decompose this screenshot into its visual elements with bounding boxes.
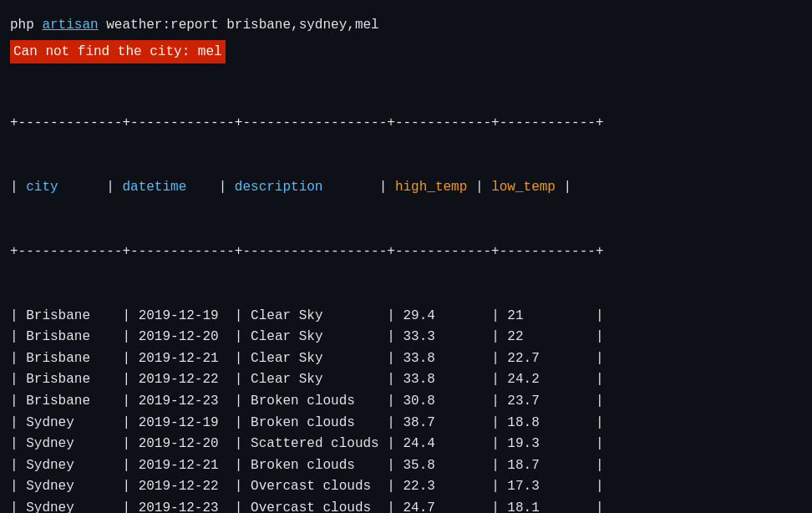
table-row: | Brisbane | 2019-12-22 | Clear Sky | 33… bbox=[10, 369, 802, 391]
table-row: | Sydney | 2019-12-23 | Overcast clouds … bbox=[10, 498, 802, 513]
header-high-temp: high_temp bbox=[395, 180, 467, 195]
table-row: | Brisbane | 2019-12-23 | Broken clouds … bbox=[10, 391, 802, 413]
table-row: | Brisbane | 2019-12-19 | Clear Sky | 29… bbox=[10, 306, 802, 328]
table-row: | Brisbane | 2019-12-20 | Clear Sky | 33… bbox=[10, 327, 802, 348]
table-row: | Brisbane | 2019-12-21 | Clear Sky | 33… bbox=[10, 348, 802, 370]
header-low-temp: low_temp bbox=[491, 180, 556, 195]
table-row: | Sydney | 2019-12-19 | Broken clouds | … bbox=[10, 413, 802, 434]
error-text: Can not find the city: mel bbox=[10, 40, 226, 63]
cmd-artisan: artisan bbox=[42, 18, 98, 33]
header-datetime: datetime bbox=[122, 180, 186, 195]
terminal: php artisan weather:report brisbane,sydn… bbox=[0, 8, 812, 513]
separator-header: +-------------+-------------+-----------… bbox=[10, 241, 802, 263]
table-container: +-------------+-------------+-----------… bbox=[10, 70, 802, 513]
header-row: | city | datetime | description | high_t… bbox=[10, 177, 802, 199]
cmd-php: php bbox=[10, 18, 42, 33]
cmd-rest: weather:report brisbane,sydney,mel bbox=[99, 18, 379, 33]
table-row: | Sydney | 2019-12-22 | Overcast clouds … bbox=[10, 476, 802, 498]
error-message: Can not find the city: mel bbox=[10, 40, 802, 70]
header-description: description bbox=[235, 180, 323, 195]
table-row: | Sydney | 2019-12-20 | Scattered clouds… bbox=[10, 434, 802, 455]
header-city: city bbox=[26, 180, 58, 195]
command-line: php artisan weather:report brisbane,sydn… bbox=[10, 15, 802, 35]
separator-top: +-------------+-------------+-----------… bbox=[10, 113, 802, 135]
table-rows: | Brisbane | 2019-12-19 | Clear Sky | 29… bbox=[10, 306, 802, 513]
table-row: | Sydney | 2019-12-21 | Broken clouds | … bbox=[10, 455, 802, 477]
